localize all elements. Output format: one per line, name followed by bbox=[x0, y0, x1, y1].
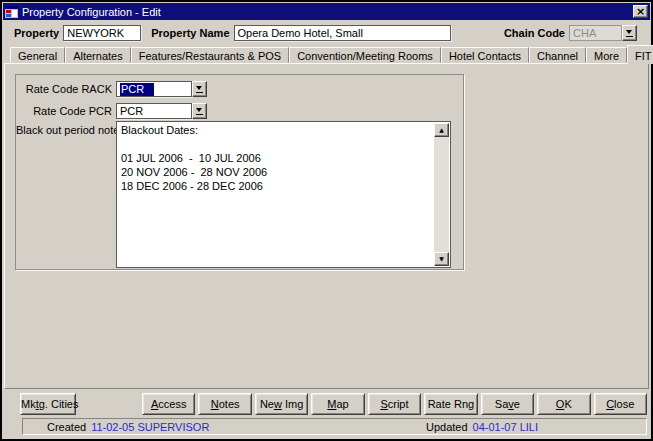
property-configuration-window: Property Configuration - Edit × Property… bbox=[0, 0, 653, 441]
scroll-down-icon[interactable]: ▼ bbox=[434, 252, 449, 266]
property-name-label: Property Name bbox=[151, 27, 229, 39]
property-label: Property bbox=[14, 27, 59, 39]
rate-code-pcr-label: Rate Code PCR bbox=[16, 105, 116, 117]
button-row: Mktg. Cities AccessNotesNew ImgMapScript… bbox=[2, 389, 651, 418]
save-button[interactable]: Save bbox=[481, 393, 534, 415]
tab-strip: GeneralAlternatesFeatures/Restaurants & … bbox=[2, 44, 651, 63]
tab-channel[interactable]: Channel bbox=[529, 47, 586, 63]
ok-button[interactable]: OK bbox=[537, 393, 590, 415]
chain-code-input[interactable]: CHA bbox=[569, 25, 622, 41]
mktg-cities-button[interactable]: Mktg. Cities bbox=[20, 393, 76, 415]
created-status: Created 11-02-05 SUPERVISOR bbox=[47, 421, 209, 433]
app-icon bbox=[5, 6, 18, 18]
notes-button[interactable]: Notes bbox=[198, 393, 251, 415]
lov-dropdown-icon bbox=[626, 29, 633, 37]
header-fields: Property NEWYORK Property Name Opera Dem… bbox=[2, 20, 651, 44]
rate-code-rack-row: Rate Code RACK PCR bbox=[16, 81, 463, 97]
window-title: Property Configuration - Edit bbox=[22, 6, 633, 18]
lov-dropdown-icon bbox=[196, 85, 203, 93]
title-bar: Property Configuration - Edit × bbox=[3, 3, 650, 20]
tab-more[interactable]: More bbox=[586, 47, 627, 63]
new-img-button[interactable]: New Img bbox=[255, 393, 308, 415]
created-value: 11-02-05 SUPERVISOR bbox=[91, 421, 209, 433]
rate-code-rack-lov-button[interactable] bbox=[192, 81, 207, 97]
fit-contracts-tab-panel: Rate Code RACK PCR Rate Code PCR PCR Bla… bbox=[4, 63, 649, 389]
access-button[interactable]: Access bbox=[142, 393, 195, 415]
tab-alternates[interactable]: Alternates bbox=[65, 47, 131, 63]
notes-scrollbar[interactable]: ▲ ▼ bbox=[434, 123, 449, 266]
updated-status: Updated 04-01-07 LILI bbox=[426, 421, 538, 433]
lov-dropdown-icon bbox=[196, 107, 203, 115]
chain-code-lov-button[interactable] bbox=[622, 25, 637, 41]
updated-value: 04-01-07 LILI bbox=[473, 421, 538, 433]
scroll-up-icon[interactable]: ▲ bbox=[434, 123, 449, 137]
updated-label: Updated bbox=[426, 421, 468, 433]
tab-features-restaurants-pos[interactable]: Features/Restaurants & POS bbox=[131, 47, 289, 63]
rate-rng-button[interactable]: Rate Rng bbox=[424, 393, 477, 415]
fit-contracts-groupbox: Rate Code RACK PCR Rate Code PCR PCR Bla… bbox=[15, 74, 464, 270]
property-input[interactable]: NEWYORK bbox=[63, 25, 141, 41]
property-name-input[interactable]: Opera Demo Hotel, Small bbox=[234, 25, 451, 41]
blackout-notes-row: Black out period notes Blackout Dates: 0… bbox=[16, 121, 463, 268]
created-label: Created bbox=[47, 421, 86, 433]
map-button[interactable]: Map bbox=[311, 393, 364, 415]
close-button[interactable]: Close bbox=[594, 393, 647, 415]
close-icon[interactable]: × bbox=[633, 5, 648, 18]
tab-convention-meeting-rooms[interactable]: Convention/Meeting Rooms bbox=[289, 47, 441, 63]
tab-fit-contracts[interactable]: FIT Contracts bbox=[627, 45, 653, 64]
blackout-notes-text: Blackout Dates: 01 JUL 2006 - 10 JUL 200… bbox=[117, 122, 434, 267]
tab-hotel-contacts[interactable]: Hotel Contacts bbox=[441, 47, 529, 63]
rate-code-pcr-row: Rate Code PCR PCR bbox=[16, 103, 463, 119]
tab-general[interactable]: General bbox=[10, 47, 65, 63]
rate-code-rack-input[interactable]: PCR bbox=[116, 81, 192, 97]
rate-code-pcr-lov-button[interactable] bbox=[192, 103, 207, 119]
chain-code-label: Chain Code bbox=[504, 27, 565, 39]
rate-code-pcr-input[interactable]: PCR bbox=[116, 103, 192, 119]
rate-code-rack-label: Rate Code RACK bbox=[16, 83, 116, 95]
script-button[interactable]: Script bbox=[368, 393, 421, 415]
status-bar: Created 11-02-05 SUPERVISOR Updated 04-0… bbox=[22, 418, 647, 435]
blackout-notes-label: Black out period notes bbox=[16, 121, 116, 136]
action-buttons: AccessNotesNew ImgMapScriptRate RngSaveO… bbox=[142, 393, 647, 415]
rate-code-rack-selected-text: PCR bbox=[120, 83, 154, 96]
blackout-notes-textarea[interactable]: Blackout Dates: 01 JUL 2006 - 10 JUL 200… bbox=[116, 121, 451, 268]
